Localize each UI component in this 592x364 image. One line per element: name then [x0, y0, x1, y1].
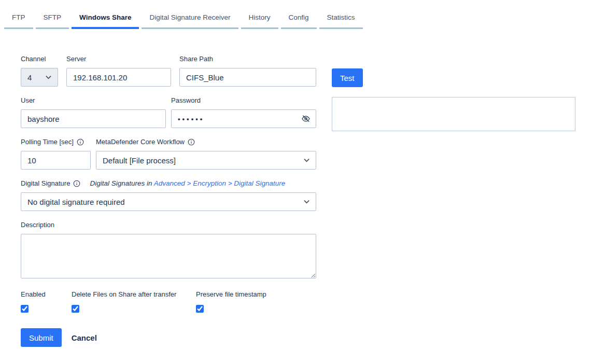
info-icon[interactable] [73, 180, 80, 187]
tab-statistics[interactable]: Statistics [319, 8, 363, 29]
share-path-label: Share Path [179, 55, 316, 63]
tab-bar: FTP SFTP Windows Share Digital Signature… [4, 8, 592, 29]
polling-time-label: Polling Time [sec] [21, 138, 91, 146]
tab-sftp[interactable]: SFTP [36, 8, 69, 29]
info-icon[interactable] [77, 138, 84, 146]
tab-history[interactable]: History [241, 8, 278, 29]
digital-signature-label: Digital Signature Digital Signatures in … [21, 179, 316, 187]
description-textarea[interactable] [21, 234, 316, 278]
workflow-select[interactable]: Default [File process] [96, 151, 316, 170]
chevron-down-icon [46, 75, 51, 79]
tab-config[interactable]: Config [281, 8, 317, 29]
password-label: Password [171, 96, 316, 104]
tab-digital-signature-receiver[interactable]: Digital Signature Receiver [142, 8, 238, 29]
workflow-label: MetaDefender Core Workflow [96, 138, 316, 146]
password-input[interactable] [171, 109, 316, 128]
server-label: Server [66, 55, 171, 63]
delete-files-label: Delete Files on Share after transfer [72, 290, 196, 298]
info-icon[interactable] [188, 138, 195, 146]
digital-signature-select[interactable]: No digital signature required [21, 192, 316, 211]
server-input[interactable] [66, 68, 171, 87]
preserve-timestamp-label: Preserve file timestamp [196, 290, 266, 298]
polling-time-input[interactable] [21, 151, 91, 170]
description-label: Description [21, 221, 316, 229]
toggle-password-visibility-button[interactable] [301, 114, 311, 124]
eye-off-icon [301, 114, 311, 124]
preserve-timestamp-checkbox[interactable] [196, 305, 204, 313]
tab-ftp[interactable]: FTP [4, 8, 33, 29]
windows-share-form: Channel 4 Server Share Path [21, 55, 592, 347]
channel-label: Channel [21, 55, 58, 63]
share-path-input[interactable] [179, 68, 316, 87]
cancel-button[interactable]: Cancel [72, 333, 97, 342]
test-button[interactable]: Test [332, 68, 363, 87]
delete-files-checkbox[interactable] [72, 305, 79, 313]
digital-signature-note: Digital Signatures in Advanced > Encrypt… [90, 179, 285, 187]
channel-select-value: 4 [27, 73, 32, 82]
enabled-label: Enabled [21, 290, 72, 298]
chevron-down-icon [304, 158, 309, 162]
workflow-select-value: Default [File process] [103, 156, 176, 165]
enabled-checkbox[interactable] [21, 305, 29, 313]
user-input[interactable] [21, 109, 166, 128]
test-result-box [332, 97, 575, 131]
user-label: User [21, 96, 166, 104]
tab-windows-share[interactable]: Windows Share [72, 8, 139, 29]
channel-select[interactable]: 4 [21, 68, 58, 87]
digital-signature-settings-link[interactable]: Advanced > Encryption > Digital Signatur… [154, 179, 286, 187]
submit-button[interactable]: Submit [21, 328, 62, 347]
chevron-down-icon [304, 200, 309, 204]
digital-signature-select-value: No digital signature required [27, 198, 125, 206]
